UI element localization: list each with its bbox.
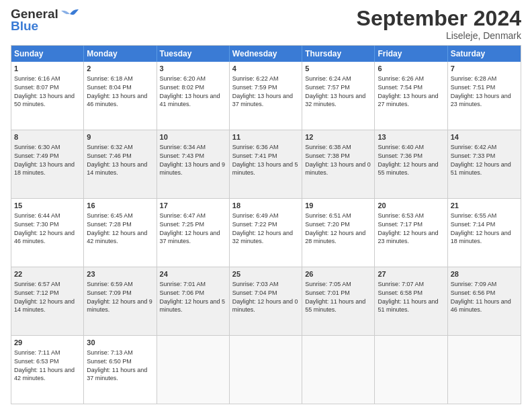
day-number: 3 [160,64,226,74]
day-number: 11 [232,132,299,142]
table-row: 22 Sunrise: 6:57 AMSunset: 7:12 PMDaylig… [11,267,84,335]
table-row: 19 Sunrise: 6:51 AMSunset: 7:20 PMDaylig… [302,199,375,267]
table-row [302,336,375,404]
table-row: 1 Sunrise: 6:16 AMSunset: 8:07 PMDayligh… [11,62,84,130]
cell-info: Sunrise: 6:42 AMSunset: 7:33 PMDaylight:… [451,144,511,176]
cell-info: Sunrise: 6:57 AMSunset: 7:12 PMDaylight:… [14,281,75,313]
table-row: 15 Sunrise: 6:44 AMSunset: 7:30 PMDaylig… [11,199,84,267]
header-saturday: Saturday [448,46,521,62]
table-row: 11 Sunrise: 6:36 AMSunset: 7:41 PMDaylig… [230,130,302,198]
table-row: 26 Sunrise: 7:05 AMSunset: 7:01 PMDaylig… [302,267,375,335]
table-row: 21 Sunrise: 6:55 AMSunset: 7:14 PMDaylig… [448,199,521,267]
month-title: September 2024 [357,7,521,30]
table-row: 18 Sunrise: 6:49 AMSunset: 7:22 PMDaylig… [230,199,302,267]
logo-text-blue: Blue [11,19,38,34]
table-row [230,336,302,404]
cell-info: Sunrise: 6:34 AMSunset: 7:43 PMDaylight:… [160,144,226,176]
day-number: 10 [160,132,226,142]
cell-info: Sunrise: 7:09 AMSunset: 6:56 PMDaylight:… [451,281,511,313]
cell-info: Sunrise: 7:03 AMSunset: 7:04 PMDaylight:… [232,281,298,313]
day-number: 28 [451,269,518,279]
table-row: 17 Sunrise: 6:47 AMSunset: 7:25 PMDaylig… [157,199,230,267]
day-number: 14 [451,132,518,142]
cell-info: Sunrise: 6:26 AMSunset: 7:54 PMDaylight:… [378,75,438,107]
table-row: 7 Sunrise: 6:28 AMSunset: 7:51 PMDayligh… [448,62,521,130]
day-number: 30 [87,338,153,348]
day-number: 27 [378,269,444,279]
header-sunday: Sunday [11,46,84,62]
cell-info: Sunrise: 6:51 AMSunset: 7:20 PMDaylight:… [305,212,365,244]
cell-info: Sunrise: 6:18 AMSunset: 8:04 PMDaylight:… [87,75,147,107]
day-number: 18 [232,201,299,211]
cell-info: Sunrise: 7:01 AMSunset: 7:06 PMDaylight:… [160,281,226,313]
day-number: 24 [160,269,226,279]
header-monday: Monday [84,46,157,62]
cell-info: Sunrise: 7:05 AMSunset: 7:01 PMDaylight:… [305,281,365,313]
logo-bird-icon [61,7,79,21]
table-row: 2 Sunrise: 6:18 AMSunset: 8:04 PMDayligh… [84,62,157,130]
table-row [157,336,230,404]
week-row-2: 8 Sunrise: 6:30 AMSunset: 7:49 PMDayligh… [11,130,521,198]
header-thursday: Thursday [302,46,375,62]
page: General Blue September 2024 Liseleje, De… [0,0,532,411]
cell-info: Sunrise: 6:32 AMSunset: 7:46 PMDaylight:… [87,144,147,176]
day-number: 22 [14,269,81,279]
header-friday: Friday [375,46,447,62]
day-number: 7 [451,64,518,74]
table-row: 23 Sunrise: 6:59 AMSunset: 7:09 PMDaylig… [84,267,157,335]
table-row: 25 Sunrise: 7:03 AMSunset: 7:04 PMDaylig… [230,267,302,335]
day-number: 16 [87,201,153,211]
header-wednesday: Wednesday [230,46,302,62]
day-number: 4 [232,64,299,74]
cell-info: Sunrise: 6:36 AMSunset: 7:41 PMDaylight:… [232,144,298,176]
cell-info: Sunrise: 6:40 AMSunset: 7:36 PMDaylight:… [378,144,438,176]
week-row-4: 22 Sunrise: 6:57 AMSunset: 7:12 PMDaylig… [11,267,521,335]
day-number: 1 [14,64,81,74]
day-number: 13 [378,132,444,142]
cell-info: Sunrise: 6:28 AMSunset: 7:51 PMDaylight:… [451,75,511,107]
table-row [448,336,521,404]
header-tuesday: Tuesday [157,46,230,62]
table-row [375,336,447,404]
cell-info: Sunrise: 6:16 AMSunset: 8:07 PMDaylight:… [14,75,75,107]
table-row: 13 Sunrise: 6:40 AMSunset: 7:36 PMDaylig… [375,130,447,198]
table-row: 8 Sunrise: 6:30 AMSunset: 7:49 PMDayligh… [11,130,84,198]
title-block: September 2024 Liseleje, Denmark [357,7,521,41]
calendar-header: Sunday Monday Tuesday Wednesday Thursday… [11,46,521,62]
day-number: 26 [305,269,371,279]
day-number: 21 [451,201,518,211]
cell-info: Sunrise: 6:53 AMSunset: 7:17 PMDaylight:… [378,212,438,244]
table-row: 16 Sunrise: 6:45 AMSunset: 7:28 PMDaylig… [84,199,157,267]
cell-info: Sunrise: 6:47 AMSunset: 7:25 PMDaylight:… [160,212,220,244]
table-row: 6 Sunrise: 6:26 AMSunset: 7:54 PMDayligh… [375,62,447,130]
day-number: 5 [305,64,371,74]
calendar: Sunday Monday Tuesday Wednesday Thursday… [11,45,521,404]
logo: General Blue [11,7,79,34]
day-number: 9 [87,132,153,142]
cell-info: Sunrise: 7:11 AMSunset: 6:53 PMDaylight:… [14,349,75,381]
table-row: 5 Sunrise: 6:24 AMSunset: 7:57 PMDayligh… [302,62,375,130]
cell-info: Sunrise: 6:44 AMSunset: 7:30 PMDaylight:… [14,212,75,244]
day-number: 12 [305,132,371,142]
table-row: 4 Sunrise: 6:22 AMSunset: 7:59 PMDayligh… [230,62,302,130]
table-row: 30 Sunrise: 7:13 AMSunset: 6:50 PMDaylig… [84,336,157,404]
day-number: 29 [14,338,81,348]
table-row: 28 Sunrise: 7:09 AMSunset: 6:56 PMDaylig… [448,267,521,335]
day-number: 8 [14,132,81,142]
table-row: 9 Sunrise: 6:32 AMSunset: 7:46 PMDayligh… [84,130,157,198]
table-row: 10 Sunrise: 6:34 AMSunset: 7:43 PMDaylig… [157,130,230,198]
table-row: 3 Sunrise: 6:20 AMSunset: 8:02 PMDayligh… [157,62,230,130]
cell-info: Sunrise: 6:20 AMSunset: 8:02 PMDaylight:… [160,75,220,107]
table-row: 12 Sunrise: 6:38 AMSunset: 7:38 PMDaylig… [302,130,375,198]
day-number: 2 [87,64,153,74]
day-number: 25 [232,269,299,279]
cell-info: Sunrise: 6:45 AMSunset: 7:28 PMDaylight:… [87,212,147,244]
day-number: 17 [160,201,226,211]
cell-info: Sunrise: 7:13 AMSunset: 6:50 PMDaylight:… [87,349,147,381]
day-number: 20 [378,201,444,211]
day-number: 23 [87,269,153,279]
table-row: 14 Sunrise: 6:42 AMSunset: 7:33 PMDaylig… [448,130,521,198]
cell-info: Sunrise: 6:49 AMSunset: 7:22 PMDaylight:… [232,212,293,244]
day-number: 15 [14,201,81,211]
table-row: 27 Sunrise: 7:07 AMSunset: 6:58 PMDaylig… [375,267,447,335]
